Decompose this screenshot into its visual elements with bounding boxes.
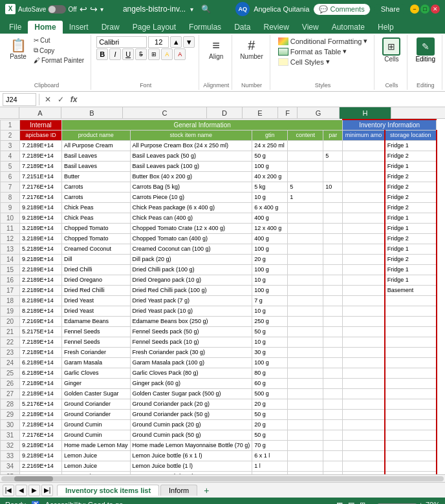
close-button[interactable]: ✕: [431, 5, 440, 14]
tab-home[interactable]: Home: [28, 21, 62, 34]
zoom-in-btn[interactable]: +: [419, 501, 423, 504]
col-header-c[interactable]: C: [123, 107, 207, 119]
cell-h2[interactable]: storage location: [385, 130, 437, 140]
format-painter-button[interactable]: 🖌Format Painter: [31, 56, 87, 65]
insert-function-btn[interactable]: fx: [68, 94, 80, 105]
tab-automate[interactable]: Automate: [325, 21, 371, 34]
cell-reference-input[interactable]: [3, 93, 36, 106]
tab-formulas[interactable]: Formulas: [182, 21, 228, 34]
cell-f2[interactable]: par: [323, 130, 343, 140]
col-header-e[interactable]: E: [243, 107, 278, 119]
app-icon: X: [5, 4, 16, 14]
formula-input[interactable]: [82, 93, 442, 106]
redo-btn[interactable]: ↪: [90, 4, 98, 14]
confirm-formula-btn[interactable]: ✓: [55, 94, 67, 105]
tab-review[interactable]: Review: [257, 21, 295, 34]
col-header-h[interactable]: H: [340, 107, 391, 119]
cell-g1[interactable]: Inventory Information: [343, 120, 437, 130]
cell-a1[interactable]: Internal: [20, 120, 62, 130]
cell-d2[interactable]: gtin: [252, 130, 288, 140]
col-header-f[interactable]: F: [278, 107, 298, 119]
h-scrollbar-thumb[interactable]: [14, 476, 53, 481]
number-button[interactable]: # Number: [237, 36, 266, 61]
cell-b1[interactable]: General Information: [62, 120, 343, 130]
maximize-button[interactable]: □: [420, 5, 429, 14]
cell-e2[interactable]: content: [288, 130, 323, 140]
table-row: 9 9.2189E+14 Chick Peas Chick Peas packa…: [1, 202, 437, 213]
styles-label: Styles: [272, 82, 374, 89]
paste-button[interactable]: 📋 Paste: [6, 36, 30, 61]
tab-page-layout[interactable]: Page Layout: [126, 21, 182, 34]
spreadsheet[interactable]: 1 Internal General Information Inventory…: [0, 119, 445, 474]
title-bar-left: X AutoSave Off ↩ ↪ ▾: [5, 4, 103, 14]
font-size-dec-btn[interactable]: ▼: [183, 36, 195, 48]
cells-button[interactable]: ⊞ Cells: [380, 36, 403, 64]
col-header-b[interactable]: B: [61, 107, 123, 119]
col-header-a[interactable]: A: [19, 107, 61, 119]
cut-button[interactable]: ✂Cut: [31, 36, 87, 45]
view-layout-btn[interactable]: ▤: [348, 501, 354, 505]
copy-icon: ⧉: [34, 47, 38, 54]
table-row: 10 9.2189E+14 Chick Peas Chick Peas can …: [1, 213, 437, 223]
share-button[interactable]: Share: [374, 4, 406, 14]
view-normal-btn[interactable]: ▦: [336, 501, 343, 505]
copy-button[interactable]: ⧉Copy: [31, 46, 87, 55]
font-color-button[interactable]: A: [174, 48, 186, 60]
font-name-input[interactable]: [96, 36, 147, 48]
cancel-formula-btn[interactable]: ✕: [42, 94, 54, 105]
user-avatar[interactable]: AQ: [235, 2, 250, 16]
clipboard-group: 📋 Paste ✂Cut ⧉Copy 🖌Format Painter Clipb…: [3, 35, 91, 90]
bold-button[interactable]: B: [96, 48, 108, 60]
conditional-formatting-button[interactable]: Conditional Formatting ▾: [276, 36, 371, 46]
table-row: 23 7.2189E+14 Fresh Coriander Fresh Cori…: [1, 347, 437, 357]
cell-a2[interactable]: apicbase ID: [20, 130, 62, 140]
cell-styles-button[interactable]: Cell Styles ▾: [276, 57, 371, 67]
h-scrollbar[interactable]: [1, 476, 444, 481]
editing-button[interactable]: ✎ Editing: [413, 36, 438, 64]
sheet-nav-last[interactable]: ▶|: [41, 485, 53, 496]
cell-g2[interactable]: minimum amo: [343, 130, 385, 140]
row-num[interactable]: 1: [1, 120, 20, 130]
zoom-control[interactable]: − + 70%: [371, 501, 440, 504]
sheet-tab-inventory[interactable]: Inventory stock items list: [57, 485, 159, 496]
cell-b2[interactable]: product name: [62, 130, 131, 140]
format-as-table-button[interactable]: Format as Table ▾: [276, 47, 371, 56]
table-row: 7 7.2176E+14 Carrots Carrots Bag (5 kg) …: [1, 182, 437, 192]
tab-data[interactable]: Data: [228, 21, 257, 34]
underline-button[interactable]: U: [122, 48, 134, 60]
sheet-tab-inform[interactable]: Inform: [160, 485, 197, 496]
font-size-inc-btn[interactable]: ▲: [170, 36, 182, 48]
autosave-toggle[interactable]: [48, 5, 66, 14]
minimize-button[interactable]: −: [410, 5, 419, 14]
tab-insert[interactable]: Insert: [63, 21, 95, 34]
alignment-button[interactable]: ≡ Align: [204, 36, 228, 61]
autosave-control[interactable]: AutoSave Off: [18, 5, 77, 14]
row-num[interactable]: 2: [1, 130, 20, 140]
sheet-nav-next[interactable]: ▶: [28, 485, 40, 496]
table-row: 29 2.2189E+14 Ground Coriander Ground Co…: [1, 409, 437, 419]
tab-file[interactable]: File: [3, 21, 28, 34]
cell-c2[interactable]: stock item name: [130, 130, 252, 140]
sheet-nav-first[interactable]: |◀: [3, 485, 14, 496]
sheet-add-button[interactable]: +: [199, 484, 214, 497]
tab-draw[interactable]: Draw: [95, 21, 126, 34]
font-size-input[interactable]: [148, 36, 169, 48]
border-button[interactable]: ⊞: [148, 48, 160, 60]
alignment-label: Alignment: [201, 82, 232, 89]
quick-access-more[interactable]: ▾: [100, 6, 103, 13]
view-page-btn[interactable]: ⊞: [360, 501, 365, 505]
col-header-g[interactable]: G: [298, 107, 340, 119]
strikethrough-button[interactable]: S̶: [135, 48, 147, 60]
undo-btn[interactable]: ↩: [80, 4, 87, 14]
fill-color-button[interactable]: A: [161, 48, 173, 60]
tab-help[interactable]: Help: [371, 21, 400, 34]
styles-group: Conditional Formatting ▾ Format as Table…: [272, 35, 375, 90]
cells-group: ⊞ Cells Cells: [376, 35, 407, 90]
col-header-d[interactable]: D: [207, 107, 243, 119]
h-scrollbar-area[interactable]: [0, 474, 445, 482]
tab-view[interactable]: View: [296, 21, 325, 34]
zoom-out-btn[interactable]: −: [371, 501, 374, 504]
italic-button[interactable]: I: [109, 48, 121, 60]
sheet-nav-prev[interactable]: ◀: [16, 485, 27, 496]
comments-button[interactable]: 💬 Comments: [313, 3, 370, 16]
